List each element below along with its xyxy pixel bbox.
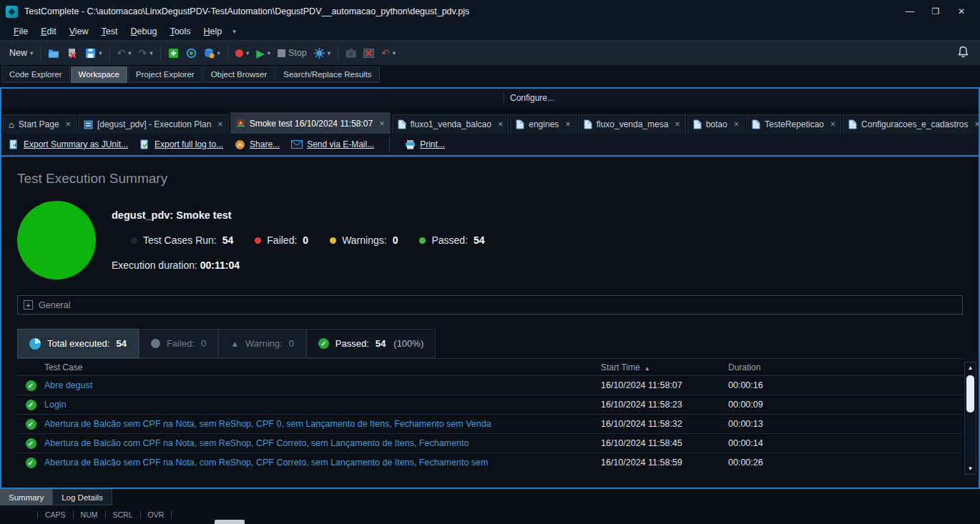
header-start-time[interactable]: Start Time▲ <box>601 362 728 372</box>
filter-tab-total-executed[interactable]: Total executed: 54 <box>17 329 139 358</box>
open-button[interactable] <box>44 45 63 61</box>
tab-summary[interactable]: Summary <box>0 489 52 505</box>
data-settings-button[interactable]: ▾ <box>200 45 224 61</box>
scrollbar-thumb[interactable] <box>966 375 974 412</box>
revert-dropdown-caret[interactable]: ▾ <box>393 49 396 56</box>
test-case-link[interactable]: Login <box>44 400 601 410</box>
share-button[interactable]: Share... <box>235 139 280 150</box>
redo-dropdown-caret[interactable]: ▾ <box>150 49 152 56</box>
stop-button[interactable]: Stop <box>274 45 310 61</box>
toolbar-separator <box>109 46 110 60</box>
undo-dropdown-caret[interactable]: ▾ <box>128 49 131 56</box>
notifications-button[interactable] <box>958 46 974 60</box>
doc-tab-botao[interactable]: botao × <box>687 114 745 134</box>
configure-link[interactable]: Configure... <box>510 93 554 103</box>
tab-object-browser[interactable]: Object Browser <box>203 66 275 83</box>
filter-tab-failed[interactable]: Failed: 0 <box>139 329 218 358</box>
close-button[interactable]: ✕ <box>949 2 974 21</box>
home-icon: ⌂ <box>9 119 14 130</box>
header-test-case[interactable]: Test Case <box>44 362 601 372</box>
table-delete-icon <box>363 49 374 58</box>
menu-debug[interactable]: Debug <box>124 24 164 39</box>
screenshot-button[interactable] <box>342 46 360 61</box>
new-button[interactable]: New ▾ <box>6 45 36 61</box>
record-button[interactable]: ▾ <box>232 46 253 60</box>
send-email-button[interactable]: Send via E-Mail... <box>291 139 374 149</box>
revert-button[interactable]: ↶ ▾ <box>378 45 399 61</box>
close-file-button[interactable] <box>63 45 82 61</box>
doc-tab-label: engines <box>529 119 559 129</box>
test-case-link[interactable]: Abertura de Balcão com CPF na Nota, sem … <box>44 438 601 448</box>
export-full-log-button[interactable]: Export full log to... <box>139 139 223 150</box>
menu-help[interactable]: Help <box>197 24 229 39</box>
tab-workspace[interactable]: Workspace <box>71 66 127 83</box>
menu-tools[interactable]: Tools <box>163 24 197 39</box>
print-button[interactable]: Print... <box>405 139 445 149</box>
vertical-scrollbar[interactable]: ▲ ▼ <box>964 362 976 475</box>
scroll-down-button[interactable]: ▼ <box>965 463 976 474</box>
doc-tab-engines[interactable]: engines × <box>510 114 576 134</box>
minimize-button[interactable]: — <box>897 2 923 21</box>
header-duration[interactable]: Duration <box>728 362 963 372</box>
close-tab-icon[interactable]: × <box>498 119 503 129</box>
stat-label: Passed: <box>431 234 468 246</box>
doc-tab-smoke-test-log[interactable]: Smoke test 16/10/2024 11:58:07 × <box>230 112 391 134</box>
doc-tab-configuracoes-e-cadastros[interactable]: Configuracoes_e_cadastros × <box>843 114 979 134</box>
test-case-link[interactable]: Abertura de Balcão sem CPF na Nota, sem … <box>44 419 601 429</box>
status-num: NUM <box>74 510 105 519</box>
close-tab-icon[interactable]: × <box>66 119 71 129</box>
expand-icon[interactable]: + <box>24 300 33 310</box>
close-tab-icon[interactable]: × <box>734 119 739 129</box>
tab-log-details[interactable]: Log Details <box>52 489 112 505</box>
general-section-header[interactable]: + General <box>17 295 963 315</box>
table-row[interactable]: ✓ Abertura de Balcão sem CPF na Nota, co… <box>17 453 963 471</box>
doc-tab-fluxo-venda-mesa[interactable]: fluxo_venda_mesa × <box>578 114 686 134</box>
tab-search-replace-results[interactable]: Search/Replace Results <box>275 66 379 83</box>
menu-overflow-caret[interactable]: ▾ <box>228 28 240 35</box>
doc-tab-start-page[interactable]: ⌂ Start Page × <box>3 114 77 134</box>
new-dropdown-caret[interactable]: ▾ <box>30 49 33 56</box>
table-row[interactable]: ✓ Abertura de Balcão com CPF na Nota, se… <box>17 434 963 453</box>
close-tab-icon[interactable]: × <box>379 119 384 129</box>
tab-code-explorer[interactable]: Code Explorer <box>1 66 70 83</box>
record-test-button[interactable] <box>182 45 200 61</box>
close-tab-icon[interactable]: × <box>830 119 836 129</box>
table-row[interactable]: ✓ Abre degust 16/10/2024 11:58:07 00:00:… <box>17 376 963 395</box>
save-dropdown-caret[interactable]: ▾ <box>99 49 102 56</box>
restore-button[interactable]: ❐ <box>923 2 949 21</box>
undo-button[interactable]: ↶ ▾ <box>114 45 135 61</box>
scroll-up-button[interactable]: ▲ <box>965 362 976 373</box>
menu-test[interactable]: Test <box>95 24 124 39</box>
tab-project-explorer[interactable]: Project Explorer <box>128 66 202 83</box>
test-case-link[interactable]: Abertura de Balcão sem CPF na Nota, com … <box>44 458 601 468</box>
export-junit-button[interactable]: Export Summary as JUnit... <box>9 139 128 150</box>
menu-file[interactable]: File <box>7 24 34 39</box>
stat-label: Failed: <box>267 234 297 246</box>
filter-tab-warning[interactable]: ▲ Warning: 0 <box>218 329 306 358</box>
test-case-link[interactable]: Abre degust <box>44 380 601 390</box>
debug-button[interactable]: ▾ <box>310 45 334 61</box>
filter-value: 0 <box>289 338 294 349</box>
close-tab-icon[interactable]: × <box>675 119 680 129</box>
delete-results-button[interactable] <box>360 46 378 61</box>
debug-dropdown-caret[interactable]: ▾ <box>328 49 330 56</box>
menu-edit[interactable]: Edit <box>34 24 63 39</box>
record-dropdown-caret[interactable]: ▾ <box>246 49 249 56</box>
doc-tab-testerepeticao[interactable]: TesteRepeticao × <box>746 114 841 134</box>
close-tab-icon[interactable]: × <box>565 119 570 129</box>
table-row[interactable]: ✓ Login 16/10/2024 11:58:23 00:00:09 <box>17 395 963 415</box>
add-item-button[interactable] <box>165 45 182 61</box>
doc-tab-execution-plan[interactable]: [degust_pdv] - Execution Plan × <box>78 114 229 134</box>
redo-button[interactable]: ↷ ▾ <box>135 45 157 61</box>
close-tab-icon[interactable]: × <box>217 119 222 129</box>
data-settings-dropdown-caret[interactable]: ▾ <box>217 49 220 56</box>
save-button[interactable]: ▾ <box>82 45 105 61</box>
run-dropdown-caret[interactable]: ▾ <box>268 49 270 56</box>
filter-tab-passed[interactable]: ✓ Passed: 54 (100%) <box>306 329 436 358</box>
run-button[interactable]: ▶ ▾ <box>253 45 274 61</box>
table-row[interactable]: ✓ Abertura de Balcão sem CPF na Nota, se… <box>17 415 963 434</box>
close-tab-icon[interactable]: × <box>974 119 979 129</box>
doc-tab-fluxo1-venda-balcao[interactable]: fluxo1_venda_balcao × <box>392 114 509 134</box>
passed-check-icon: ✓ <box>26 380 36 391</box>
menu-view[interactable]: View <box>63 24 95 39</box>
